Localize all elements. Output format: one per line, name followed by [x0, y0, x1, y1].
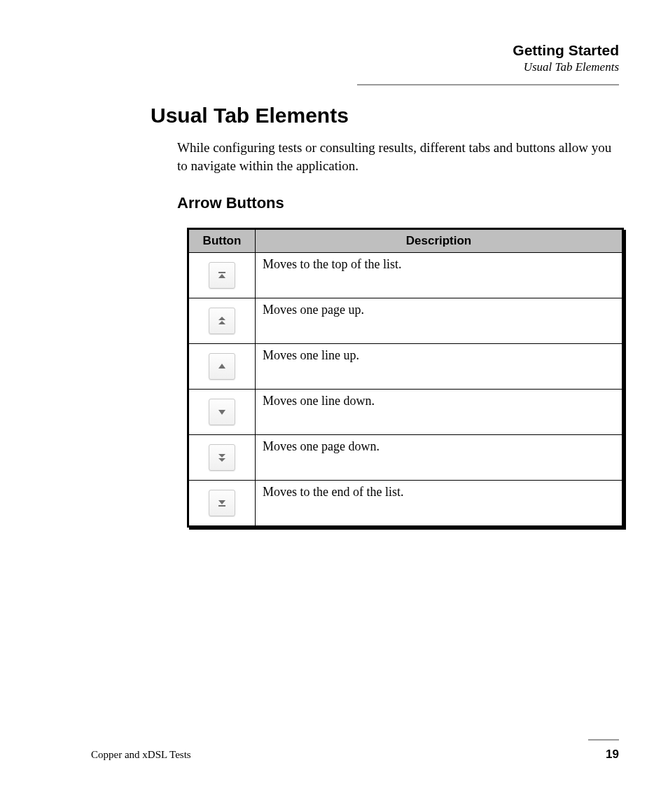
go-top-icon	[217, 270, 227, 280]
line-up-icon	[217, 362, 227, 371]
go-end-icon	[217, 498, 227, 508]
page-down-icon	[217, 453, 227, 462]
svg-marker-5	[218, 410, 225, 415]
svg-rect-9	[218, 505, 225, 507]
svg-marker-3	[218, 321, 225, 324]
svg-marker-2	[218, 317, 225, 320]
table-row: Moves one page down.	[189, 435, 622, 481]
table-cell-description: Moves one page up.	[256, 298, 622, 344]
svg-rect-0	[218, 272, 225, 273]
go-end-button[interactable]	[209, 490, 235, 516]
footer-doc-title: Copper and xDSL Tests	[91, 749, 191, 761]
page-number: 19	[606, 748, 619, 762]
footer-divider	[588, 739, 619, 741]
svg-marker-8	[218, 500, 225, 504]
svg-marker-7	[218, 458, 225, 462]
svg-marker-6	[218, 454, 225, 457]
page-up-icon	[217, 316, 227, 326]
table-row: Moves one page up.	[189, 298, 622, 344]
table-cell-description: Moves one line up.	[256, 344, 622, 390]
line-up-button[interactable]	[209, 353, 235, 380]
header-divider	[357, 84, 619, 85]
table-cell-description: Moves one page down.	[256, 435, 622, 481]
table-row: Moves to the top of the list.	[189, 253, 622, 298]
section-heading: Usual Tab Elements	[151, 104, 619, 128]
line-down-icon	[217, 407, 227, 417]
table-cell-description: Moves to the top of the list.	[256, 253, 622, 298]
page-up-button[interactable]	[209, 308, 235, 334]
intro-paragraph: While configuring tests or consulting re…	[177, 139, 619, 174]
chapter-topic: Usual Tab Elements	[513, 60, 619, 74]
table-header-button: Button	[189, 230, 256, 253]
table-row: Moves one line up.	[189, 344, 622, 390]
subsection-heading: Arrow Buttons	[177, 194, 619, 212]
table-cell-description: Moves to the end of the list.	[256, 481, 622, 526]
arrow-buttons-table: Button Description	[187, 228, 624, 528]
go-top-button[interactable]	[209, 262, 235, 289]
page-down-button[interactable]	[209, 444, 235, 471]
table-header-description: Description	[256, 230, 622, 253]
table-row: Moves to the end of the list.	[189, 481, 622, 526]
table-row: Moves one line down.	[189, 390, 622, 435]
chapter-title: Getting Started	[513, 42, 619, 59]
table-cell-description: Moves one line down.	[256, 390, 622, 435]
line-down-button[interactable]	[209, 399, 235, 425]
svg-marker-4	[218, 364, 225, 369]
svg-marker-1	[218, 274, 225, 278]
